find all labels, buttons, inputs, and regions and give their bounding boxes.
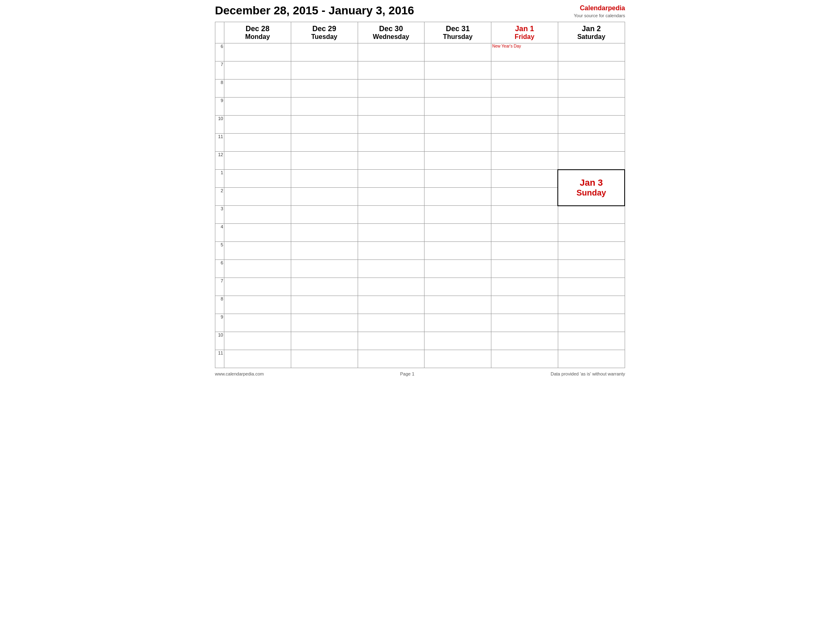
event-cell[interactable] [224,332,291,350]
event-cell[interactable] [291,314,358,332]
jan3-time-cell[interactable] [558,224,625,242]
event-cell[interactable] [491,296,558,314]
event-cell[interactable] [291,350,358,368]
event-cell[interactable] [291,296,358,314]
jan2-cell[interactable] [558,61,625,80]
event-cell[interactable] [491,98,558,116]
event-cell[interactable] [358,116,425,134]
event-cell[interactable] [358,260,425,278]
event-cell[interactable] [491,332,558,350]
jan3-time-cell[interactable] [558,242,625,260]
event-cell[interactable] [224,188,291,206]
jan3-time-cell[interactable] [558,260,625,278]
jan2-cell[interactable] [558,98,625,116]
event-cell[interactable] [291,242,358,260]
event-cell[interactable] [358,170,425,188]
event-cell[interactable] [291,134,358,152]
event-cell[interactable] [425,206,491,224]
event-cell[interactable] [425,134,491,152]
event-cell[interactable] [358,332,425,350]
jan2-cell[interactable] [558,116,625,134]
event-cell[interactable] [358,278,425,296]
event-cell[interactable] [358,43,425,61]
jan3-time-cell[interactable] [558,278,625,296]
event-cell[interactable] [425,260,491,278]
event-cell[interactable] [291,188,358,206]
event-cell[interactable] [358,224,425,242]
event-cell[interactable] [425,278,491,296]
event-cell[interactable] [425,296,491,314]
event-cell[interactable] [291,116,358,134]
event-cell[interactable] [291,61,358,80]
event-cell[interactable] [224,278,291,296]
event-cell[interactable] [291,224,358,242]
event-cell[interactable] [491,242,558,260]
event-cell[interactable] [224,314,291,332]
event-cell[interactable] [224,242,291,260]
event-cell[interactable] [291,80,358,98]
event-cell[interactable] [491,80,558,98]
event-cell[interactable] [425,170,491,188]
event-cell[interactable] [224,350,291,368]
event-cell[interactable] [224,260,291,278]
jan2-cell[interactable] [558,152,625,170]
event-cell[interactable] [425,43,491,61]
jan3-time-cell[interactable] [558,314,625,332]
event-cell[interactable] [358,206,425,224]
event-cell[interactable] [491,278,558,296]
event-cell[interactable] [224,152,291,170]
jan3-time-cell[interactable] [558,350,625,368]
event-cell[interactable] [425,314,491,332]
event-cell[interactable] [425,80,491,98]
event-cell[interactable] [425,350,491,368]
event-cell[interactable] [291,170,358,188]
event-cell[interactable] [425,224,491,242]
event-cell[interactable] [425,61,491,80]
event-cell[interactable] [291,260,358,278]
event-cell[interactable] [491,224,558,242]
event-cell[interactable] [358,98,425,116]
event-cell[interactable] [291,152,358,170]
event-cell[interactable] [358,80,425,98]
event-cell[interactable] [491,116,558,134]
jan2-cell[interactable] [558,43,625,61]
event-cell[interactable] [425,188,491,206]
event-cell[interactable] [224,80,291,98]
jan2-cell[interactable] [558,134,625,152]
event-cell[interactable] [491,61,558,80]
event-cell[interactable] [358,314,425,332]
event-cell[interactable] [291,43,358,61]
event-cell[interactable] [491,152,558,170]
event-cell[interactable] [491,314,558,332]
jan2-cell[interactable] [558,80,625,98]
event-cell[interactable] [491,260,558,278]
event-cell[interactable] [358,350,425,368]
event-cell[interactable] [491,170,558,188]
event-cell[interactable] [224,43,291,61]
event-cell[interactable] [291,206,358,224]
event-cell[interactable] [425,332,491,350]
jan3-time-cell[interactable] [558,332,625,350]
event-cell[interactable] [425,152,491,170]
event-cell[interactable] [358,152,425,170]
event-cell[interactable] [491,206,558,224]
event-cell[interactable] [291,278,358,296]
event-cell[interactable] [358,188,425,206]
jan3-time-cell[interactable] [558,296,625,314]
event-cell[interactable] [425,116,491,134]
event-cell[interactable] [224,170,291,188]
event-cell[interactable] [224,61,291,80]
event-cell[interactable] [291,98,358,116]
event-cell[interactable] [224,296,291,314]
jan3-time-cell[interactable] [558,206,625,224]
event-cell[interactable] [224,98,291,116]
event-cell[interactable] [358,296,425,314]
event-cell[interactable] [425,98,491,116]
event-cell[interactable] [224,206,291,224]
event-cell[interactable] [358,242,425,260]
event-cell[interactable] [224,116,291,134]
event-cell[interactable] [491,350,558,368]
event-cell[interactable] [425,242,491,260]
event-cell[interactable] [491,134,558,152]
event-cell[interactable] [491,188,558,206]
